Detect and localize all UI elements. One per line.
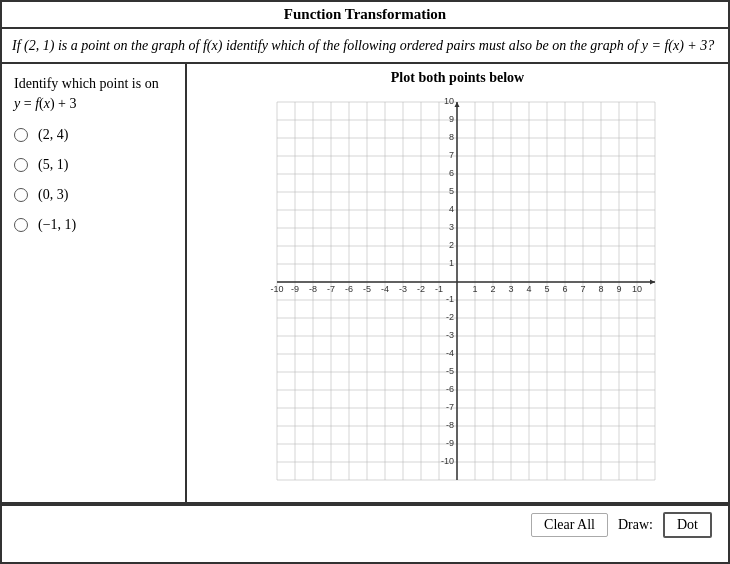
graph-container[interactable] (191, 90, 724, 498)
left-panel: Identify which point is ony = f(x) + 3 (… (2, 64, 187, 502)
option-1[interactable]: (2, 4) (14, 127, 173, 143)
option-3[interactable]: (0, 3) (14, 187, 173, 203)
option-4-label: (−1, 1) (38, 217, 76, 233)
question-area: If (2, 1) is a point on the graph of f(x… (2, 29, 728, 64)
coordinate-grid[interactable] (247, 94, 669, 494)
right-panel: Plot both points below (187, 64, 728, 502)
option-1-label: (2, 4) (38, 127, 68, 143)
radio-2[interactable] (14, 158, 28, 172)
left-panel-heading: Identify which point is ony = f(x) + 3 (14, 74, 173, 113)
option-3-label: (0, 3) (38, 187, 68, 203)
option-2-label: (5, 1) (38, 157, 68, 173)
radio-3[interactable] (14, 188, 28, 202)
graph-title: Plot both points below (391, 70, 524, 86)
radio-4[interactable] (14, 218, 28, 232)
clear-all-button[interactable]: Clear All (531, 513, 608, 537)
footer: Clear All Draw: Dot (2, 504, 728, 544)
radio-1[interactable] (14, 128, 28, 142)
page-title: Function Transformation (2, 2, 728, 29)
option-4[interactable]: (−1, 1) (14, 217, 173, 233)
draw-label: Draw: (618, 517, 653, 533)
option-2[interactable]: (5, 1) (14, 157, 173, 173)
main-content: Identify which point is ony = f(x) + 3 (… (2, 64, 728, 504)
dot-button[interactable]: Dot (663, 512, 712, 538)
question-line1: If (2, 1) is a point on the graph of f(x… (12, 38, 714, 53)
